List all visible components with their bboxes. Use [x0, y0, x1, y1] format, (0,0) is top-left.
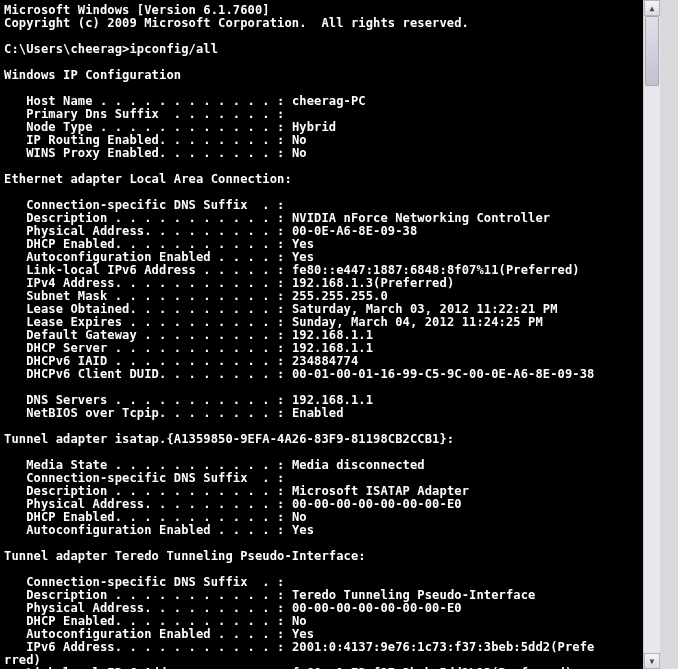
media-state-value: Media disconnected	[292, 458, 425, 472]
field-label: Subnet Mask . . . . . . . . . . . :	[4, 289, 292, 303]
ipv6-address-value: 2001:0:4137:9e76:1c73:f37:3beb:5dd2(Pref…	[292, 640, 595, 654]
dhcp-enabled-value: No	[292, 614, 307, 628]
scrollbar-thumb[interactable]	[645, 16, 659, 86]
link-local-ipv6-value: fe80::e447:1887:6848:8f07%11(Preferred)	[292, 263, 580, 277]
output-row: IPv6 Address. . . . . . . . . . . : 2001…	[4, 641, 644, 654]
description-value: NVIDIA nForce Networking Controller	[292, 211, 550, 225]
field-label: Connection-specific DNS Suffix . :	[4, 198, 284, 212]
terminal-output[interactable]: Microsoft Windows [Version 6.1.7600]Copy…	[0, 0, 644, 669]
field-label: Primary Dns Suffix . . . . . . . :	[4, 107, 284, 121]
vertical-scrollbar[interactable]: ▲ ▼	[643, 0, 660, 669]
dhcp-enabled-value: No	[292, 510, 307, 524]
copyright-line: Copyright (c) 2009 Microsoft Corporation…	[4, 17, 644, 30]
field-label: Media State . . . . . . . . . . . :	[4, 458, 292, 472]
prompt-path: C:\Users\cheerag>	[4, 42, 129, 56]
field-label: DHCPv6 IAID . . . . . . . . . . . :	[4, 354, 292, 368]
output-row: Autoconfiguration Enabled . . . . : Yes	[4, 524, 644, 537]
field-label: IPv4 Address. . . . . . . . . . . :	[4, 276, 292, 290]
field-label: Autoconfiguration Enabled . . . . :	[4, 523, 292, 537]
wins-proxy-value: No	[292, 146, 307, 160]
section-title: Tunnel adapter Teredo Tunneling Pseudo-I…	[4, 550, 644, 563]
section-title: Windows IP Configuration	[4, 69, 644, 82]
field-label: Physical Address. . . . . . . . . :	[4, 601, 292, 615]
field-label: Link-local IPv6 Address . . . . . :	[4, 263, 292, 277]
field-label: DHCP Enabled. . . . . . . . . . . :	[4, 237, 292, 251]
lease-obtained-value: Saturday, March 03, 2012 11:22:21 PM	[292, 302, 558, 316]
output-row: WINS Proxy Enabled. . . . . . . . : No	[4, 147, 644, 160]
field-label: Connection-specific DNS Suffix . :	[4, 471, 284, 485]
chevron-down-icon: ▼	[650, 657, 655, 666]
field-label: WINS Proxy Enabled. . . . . . . . :	[4, 146, 292, 160]
field-label: IP Routing Enabled. . . . . . . . :	[4, 133, 292, 147]
output-row: DHCPv6 Client DUID. . . . . . . . : 00-0…	[4, 368, 644, 381]
host-name-value: cheerag-PC	[292, 94, 366, 108]
field-label: DHCP Enabled. . . . . . . . . . . :	[4, 614, 292, 628]
description-value: Microsoft ISATAP Adapter	[292, 484, 469, 498]
field-label: DNS Servers . . . . . . . . . . . :	[4, 393, 292, 407]
output-row: NetBIOS over Tcpip. . . . . . . . : Enab…	[4, 407, 644, 420]
dhcp-enabled-value: Yes	[292, 237, 314, 251]
prompt-line: C:\Users\cheerag>ipconfig/all	[4, 43, 644, 56]
ip-routing-value: No	[292, 133, 307, 147]
field-label: Autoconfiguration Enabled . . . . :	[4, 627, 292, 641]
field-label: Lease Obtained. . . . . . . . . . :	[4, 302, 292, 316]
default-gateway-value: 192.168.1.1	[292, 328, 373, 342]
field-label: Description . . . . . . . . . . . :	[4, 588, 292, 602]
field-label: Node Type . . . . . . . . . . . . :	[4, 120, 292, 134]
field-label: Host Name . . . . . . . . . . . . :	[4, 94, 292, 108]
field-label: DHCP Enabled. . . . . . . . . . . :	[4, 510, 292, 524]
field-label: IPv6 Address. . . . . . . . . . . :	[4, 640, 292, 654]
dhcp-server-value: 192.168.1.1	[292, 341, 373, 355]
field-label: Physical Address. . . . . . . . . :	[4, 224, 292, 238]
field-label: Connection-specific DNS Suffix . :	[4, 575, 284, 589]
lease-expires-value: Sunday, March 04, 2012 11:24:25 PM	[292, 315, 543, 329]
field-label: Lease Expires . . . . . . . . . . :	[4, 315, 292, 329]
field-label: DHCPv6 Client DUID. . . . . . . . :	[4, 367, 292, 381]
node-type-value: Hybrid	[292, 120, 336, 134]
dhcpv6-duid-value: 00-01-00-01-16-99-C5-9C-00-0E-A6-8E-09-3…	[292, 367, 595, 381]
scroll-up-button[interactable]: ▲	[644, 0, 660, 16]
physical-address-value: 00-0E-A6-8E-09-38	[292, 224, 417, 238]
dhcpv6-iaid-value: 234884774	[292, 354, 358, 368]
dns-servers-value: 192.168.1.1	[292, 393, 373, 407]
autoconf-value: Yes	[292, 627, 314, 641]
field-label: Description . . . . . . . . . . . :	[4, 211, 292, 225]
field-label: Autoconfiguration Enabled . . . . :	[4, 250, 292, 264]
field-label: DHCP Server . . . . . . . . . . . :	[4, 341, 292, 355]
chevron-up-icon: ▲	[650, 4, 655, 13]
field-label: Default Gateway . . . . . . . . . :	[4, 328, 292, 342]
scroll-down-button[interactable]: ▼	[644, 653, 660, 669]
physical-address-value: 00-00-00-00-00-00-00-E0	[292, 601, 462, 615]
field-label: NetBIOS over Tcpip. . . . . . . . :	[4, 406, 292, 420]
subnet-mask-value: 255.255.255.0	[292, 289, 388, 303]
section-title: Tunnel adapter isatap.{A1359850-9EFA-4A2…	[4, 433, 644, 446]
description-value: Teredo Tunneling Pseudo-Interface	[292, 588, 536, 602]
autoconf-value: Yes	[292, 250, 314, 264]
field-label: Physical Address. . . . . . . . . :	[4, 497, 292, 511]
desktop-background: t tin 12 2 fo Microsoft Windows [Version…	[0, 0, 678, 669]
ipv4-address-value: 192.168.1.3(Preferred)	[292, 276, 454, 290]
netbios-value: Enabled	[292, 406, 344, 420]
section-title: Ethernet adapter Local Area Connection:	[4, 173, 644, 186]
prompt-command: ipconfig/all	[129, 42, 218, 56]
physical-address-value: 00-00-00-00-00-00-00-E0	[292, 497, 462, 511]
field-label: Description . . . . . . . . . . . :	[4, 484, 292, 498]
command-prompt-window[interactable]: Microsoft Windows [Version 6.1.7600]Copy…	[0, 0, 678, 669]
autoconf-value: Yes	[292, 523, 314, 537]
